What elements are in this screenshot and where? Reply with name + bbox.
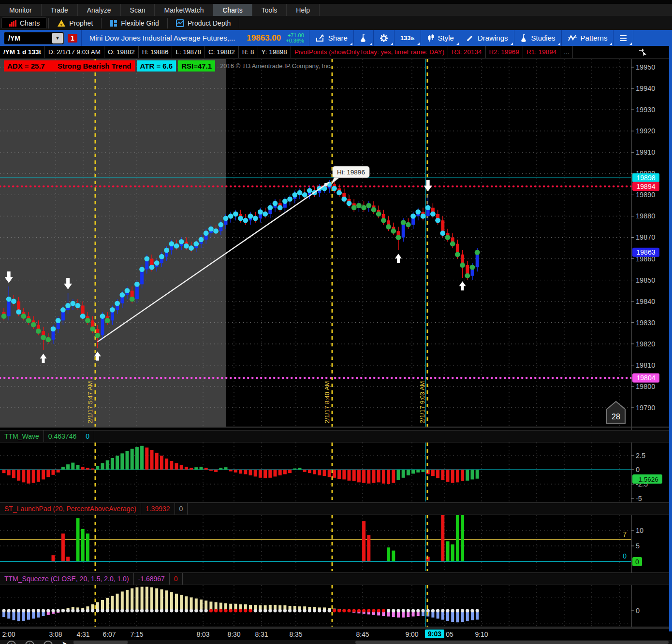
thinkorswim-window: MonitorTradeAnalyzeScanMarketWatchCharts… — [0, 0, 672, 644]
time-label: 9:00 — [405, 630, 418, 638]
atr-flag: ATR = 6.6 — [137, 60, 176, 72]
countdown-marker[interactable]: 28 — [607, 401, 625, 423]
launchpad-value: 1.39932 — [141, 503, 175, 515]
squeeze-axis: 0 — [631, 607, 640, 615]
launchpad-header: ST_LaunchPad (20, PercentAboveAverage)1.… — [0, 502, 672, 515]
squeeze-histogram — [2, 587, 479, 623]
svg-text:19830: 19830 — [636, 319, 655, 327]
svg-text:19840: 19840 — [636, 298, 655, 305]
launchpad-axis: 1050 — [631, 527, 643, 566]
time-label: 8:03 — [196, 630, 209, 638]
time-tool-icon[interactable]: ◔ — [7, 641, 16, 644]
svg-text:-1.5626: -1.5626 — [636, 476, 658, 483]
time-label: 8:30 — [227, 630, 240, 638]
premarket-shade-region — [0, 59, 226, 427]
cursor-tool-icon[interactable]: ➤ — [62, 640, 67, 644]
svg-text:2/1/17 5:47 AM: 2/1/17 5:47 AM — [87, 381, 94, 423]
svg-text:19950: 19950 — [636, 63, 655, 71]
zoom-in-icon[interactable]: + — [25, 641, 34, 644]
svg-text:19930: 19930 — [636, 106, 655, 114]
svg-text:19890: 19890 — [636, 191, 655, 199]
trend-label: Strong Bearish Trend — [58, 62, 131, 70]
time-label: 8:31 — [255, 630, 268, 638]
launchpad-title: ST_LaunchPad (20, PercentAboveAverage) — [0, 503, 141, 515]
svg-text:2.5: 2.5 — [636, 452, 645, 459]
time-axis: 2:003:084:316:077:158:038:308:318:358:45… — [0, 628, 672, 641]
svg-text:19880: 19880 — [636, 212, 655, 220]
time-label: 2:00 — [2, 630, 15, 638]
ttm-wave-header: TTM_Wave0.4637460 — [0, 430, 672, 443]
copyright-text: 2016 © TD Ameritrade IP Company, Inc. — [220, 62, 332, 70]
svg-text:0: 0 — [623, 552, 627, 560]
svg-text:0: 0 — [636, 466, 640, 473]
mini-button[interactable] — [73, 641, 128, 644]
svg-text:28: 28 — [612, 413, 620, 421]
current-time-badge: 9:03 — [425, 630, 444, 638]
study-flags: ADX = 25.7 Strong Bearish Trend ATR = 6.… — [4, 60, 332, 72]
squeeze-header: TTM_Squeeze (CLOSE, 20, 1.5, 2.0, 1.0)-1… — [0, 572, 672, 585]
bottom-control-strip: ◔ + − ➤ — [0, 640, 672, 644]
svg-text:5: 5 — [636, 542, 640, 550]
rsi-flag: RSI=47.1 — [178, 60, 215, 72]
wave-value2: 0 — [81, 430, 94, 442]
svg-text:19804: 19804 — [637, 374, 656, 382]
squeeze-value: -1.68967 — [134, 573, 170, 585]
zoom-out-icon[interactable]: − — [44, 641, 53, 644]
svg-text:10: 10 — [636, 527, 643, 534]
svg-text:19863: 19863 — [637, 248, 656, 256]
time-label: 6:07 — [102, 630, 116, 638]
svg-text:2/1/17 9:03 AM: 2/1/17 9:03 AM — [419, 381, 426, 423]
launchpad-value2: 0 — [175, 503, 188, 515]
svg-text:-5: -5 — [636, 495, 642, 502]
wave-axis: 2.50-2.5-5-1.5626 — [631, 452, 662, 502]
svg-text:19894: 19894 — [637, 183, 656, 190]
adx-value: ADX = 25.7 — [7, 62, 45, 70]
time-label: 05 — [446, 630, 453, 638]
svg-text:19910: 19910 — [636, 148, 655, 156]
time-label: 7:15 — [130, 630, 143, 638]
svg-text:Hi: 19896: Hi: 19896 — [337, 169, 365, 176]
svg-text:19850: 19850 — [636, 276, 655, 284]
squeeze-title: TTM_Squeeze (CLOSE, 20, 1.5, 2.0, 1.0) — [0, 573, 134, 585]
right-window-edge — [669, 46, 672, 631]
svg-text:2/1/17 8:40 AM: 2/1/17 8:40 AM — [323, 381, 331, 423]
time-label: 8:35 — [289, 630, 302, 638]
chart-canvas[interactable]: 702/1/17 5:47 AM2/1/17 8:40 AM2/1/17 9:0… — [0, 0, 672, 644]
svg-text:0: 0 — [636, 607, 640, 615]
svg-text:19810: 19810 — [636, 361, 655, 369]
svg-text:19898: 19898 — [637, 174, 656, 182]
time-label: 3:08 — [49, 630, 62, 638]
chart-scrollbar[interactable] — [355, 641, 669, 644]
squeeze-value2: 0 — [170, 573, 183, 585]
svg-text:0: 0 — [635, 558, 639, 566]
hi-tooltip: Hi: 19896 — [331, 166, 369, 185]
squeeze-dots — [2, 609, 479, 612]
svg-text:19820: 19820 — [636, 340, 655, 348]
wave-value: 0.463746 — [44, 430, 81, 442]
svg-text:19940: 19940 — [636, 85, 655, 92]
time-label: 4:31 — [76, 630, 89, 638]
svg-text:19920: 19920 — [636, 127, 655, 135]
time-label: 9:10 — [475, 630, 488, 638]
wave-title: TTM_Wave — [0, 430, 44, 442]
svg-text:19870: 19870 — [636, 233, 655, 241]
time-label: 8:45 — [356, 630, 369, 638]
svg-text:19800: 19800 — [636, 383, 655, 390]
svg-text:19790: 19790 — [636, 404, 655, 412]
adx-flag: ADX = 25.7 Strong Bearish Trend — [4, 60, 135, 72]
svg-text:7: 7 — [623, 530, 627, 538]
